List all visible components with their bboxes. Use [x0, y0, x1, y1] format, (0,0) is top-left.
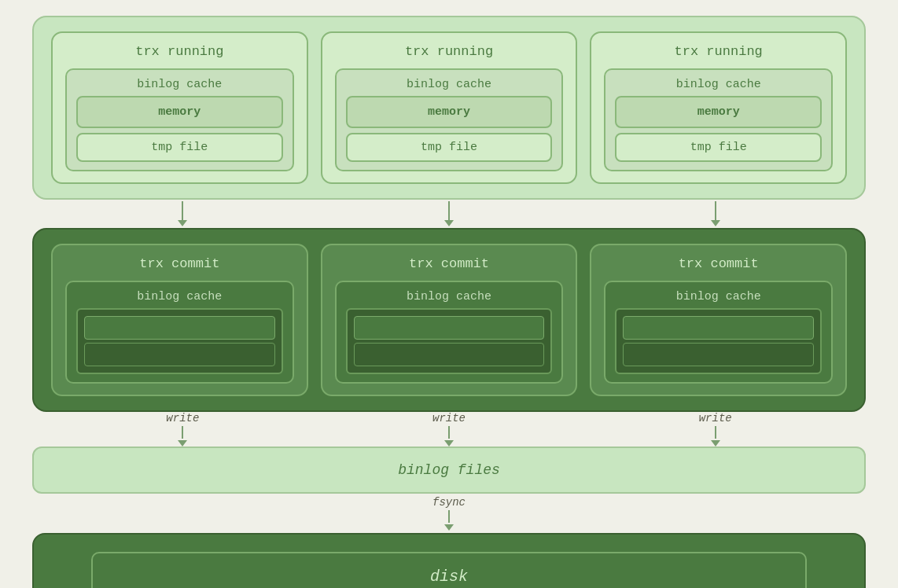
- trx-running-title-2: trx running: [335, 44, 564, 59]
- arrow-down-3: [582, 200, 848, 228]
- trx-running-title-1: trx running: [65, 44, 294, 59]
- fsync-label: fsync: [432, 496, 466, 509]
- write-line-3: [715, 426, 716, 439]
- trx-commit-section: trx commit binlog cache trx commit binlo…: [32, 228, 866, 412]
- write-label-2: write: [432, 412, 466, 424]
- trx-running-title-3: trx running: [604, 44, 833, 59]
- arrow-line-1: [182, 201, 183, 220]
- disk-inner-box: disk: [91, 552, 808, 588]
- binlog-files-label: binlog files: [398, 462, 500, 478]
- trx-commit-title-3: trx commit: [604, 256, 833, 271]
- arrow-down-2: [316, 200, 583, 228]
- binlog-cache-dark-title-2: binlog cache: [346, 290, 553, 303]
- memory-box-1: memory: [76, 96, 283, 128]
- fsync-line: [448, 510, 450, 523]
- trx-running-box-2: trx running binlog cache memory tmp file: [321, 31, 578, 184]
- fsync-head: [444, 524, 454, 531]
- trx-commit-title-1: trx commit: [65, 256, 294, 271]
- trx-commit-box-2: trx commit binlog cache: [321, 244, 578, 396]
- write-arrow-2: write: [316, 412, 583, 447]
- arrow-head-2: [444, 220, 454, 226]
- binlog-cache-dark-2: binlog cache: [335, 281, 564, 384]
- inner-upper-2: [354, 316, 545, 340]
- tmpfile-box-1: tmp file: [76, 133, 283, 162]
- binlog-cache-dark-3: binlog cache: [604, 281, 833, 384]
- inner-lower-3: [623, 343, 814, 366]
- inner-box-dark-3: [615, 308, 822, 374]
- binlog-cache-dark-title-1: binlog cache: [76, 290, 283, 303]
- binlog-cache-title-1: binlog cache: [76, 78, 283, 91]
- disk-label: disk: [430, 568, 468, 586]
- trx-running-section: trx running binlog cache memory tmp file…: [32, 16, 866, 200]
- trx-running-box-3: trx running binlog cache memory tmp file: [590, 31, 847, 184]
- write-head-2: [444, 440, 454, 447]
- inner-upper-3: [623, 316, 814, 340]
- disk-section: disk: [32, 533, 866, 588]
- arrow-line-2: [448, 201, 450, 220]
- memory-box-2: memory: [346, 96, 553, 128]
- write-head-1: [178, 440, 187, 447]
- write-head-3: [711, 440, 720, 447]
- fsync-arrow-container: fsync: [432, 494, 466, 533]
- binlog-cache-dark-title-3: binlog cache: [615, 290, 822, 303]
- binlog-cache-title-3: binlog cache: [615, 78, 822, 91]
- tmpfile-box-3: tmp file: [615, 133, 822, 162]
- binlog-cache-dark-1: binlog cache: [65, 281, 294, 384]
- inner-lower-1: [84, 343, 275, 366]
- write-arrows-row: write write write: [32, 412, 866, 447]
- binlog-cache-light-3: binlog cache memory tmp file: [604, 68, 833, 171]
- trx-commit-title-2: trx commit: [335, 256, 564, 271]
- binlog-cache-light-2: binlog cache memory tmp file: [335, 68, 564, 171]
- write-arrow-1: write: [50, 412, 316, 447]
- inner-box-dark-1: [76, 308, 283, 374]
- write-arrow-3: write: [582, 412, 848, 447]
- arrow-line-3: [715, 201, 716, 220]
- trx-commit-box-1: trx commit binlog cache: [51, 244, 308, 396]
- binlog-files-section: binlog files: [32, 447, 866, 494]
- arrow-down-1: [50, 200, 316, 228]
- arrow-head-1: [178, 220, 187, 226]
- tmpfile-box-2: tmp file: [346, 133, 553, 162]
- write-label-1: write: [166, 412, 199, 424]
- write-label-3: write: [699, 412, 732, 424]
- write-line-2: [448, 426, 450, 439]
- trx-running-box-1: trx running binlog cache memory tmp file: [51, 31, 308, 184]
- top-arrows-row: [32, 200, 866, 228]
- trx-commit-box-3: trx commit binlog cache: [590, 244, 847, 396]
- arrow-head-3: [711, 220, 720, 226]
- memory-box-3: memory: [615, 96, 822, 128]
- binlog-cache-light-1: binlog cache memory tmp file: [65, 68, 294, 171]
- inner-box-dark-2: [346, 308, 553, 374]
- inner-upper-1: [84, 316, 275, 340]
- main-diagram: trx running binlog cache memory tmp file…: [32, 16, 866, 588]
- inner-lower-2: [354, 343, 545, 366]
- write-line-1: [182, 426, 183, 439]
- binlog-cache-title-2: binlog cache: [346, 78, 553, 91]
